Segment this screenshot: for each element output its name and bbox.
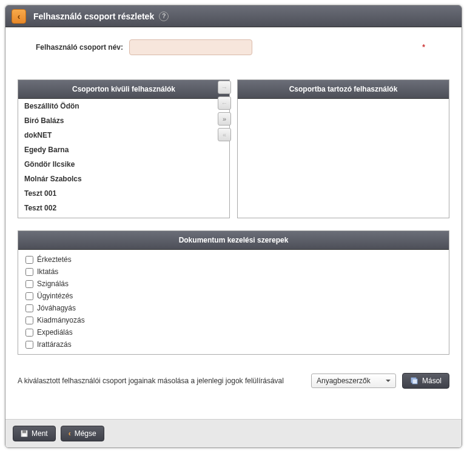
dialog-title: Felhasználó csoport részletek [33, 12, 154, 21]
role-checkbox[interactable] [25, 341, 33, 349]
role-checkbox[interactable] [25, 256, 33, 264]
list-item[interactable]: Egedy Barna [18, 142, 229, 157]
save-icon [21, 430, 28, 437]
group-name-input-wrap: * [129, 39, 431, 55]
double-arrow-right-icon: » [223, 115, 226, 122]
role-item: Jóváhagyás [18, 302, 449, 314]
role-checkbox[interactable] [25, 268, 33, 276]
copy-source-select[interactable]: Anyagbeszerzők [311, 374, 396, 388]
role-label: Irattárazás [37, 340, 72, 349]
available-users-panel: Csoporton kívüli felhasználók Beszállító… [18, 79, 230, 218]
svg-rect-4 [22, 434, 26, 437]
copy-button-label: Másol [422, 377, 442, 385]
copy-rights-row: A kiválasztott felhasználói csoport joga… [18, 373, 449, 389]
move-right-button[interactable]: → [218, 81, 231, 94]
group-users-panel: Csoportba tartozó felhasználók [237, 79, 449, 218]
cancel-button-label: Mégse [75, 429, 96, 438]
copy-button[interactable]: Másol [402, 373, 449, 389]
help-icon[interactable]: ? [159, 12, 169, 21]
group-name-label: Felhasználó csoport név: [36, 43, 123, 52]
role-item: Ügyintézés [18, 290, 449, 302]
role-label: Kiadmányozás [37, 316, 85, 324]
copy-icon [410, 377, 418, 385]
dual-list: Csoporton kívüli felhasználók Beszállító… [18, 79, 449, 218]
move-all-left-button[interactable]: « [218, 128, 231, 141]
group-name-row: Felhasználó csoport név: * [18, 39, 449, 55]
arrow-right-icon: → [221, 84, 228, 91]
group-users-header: Csoportba tartozó felhasználók [238, 80, 449, 99]
svg-rect-3 [22, 431, 26, 433]
role-label: Szignálás [37, 280, 69, 288]
role-checkbox[interactable] [25, 317, 33, 324]
save-button[interactable]: Ment [13, 426, 56, 441]
copy-rights-label: A kiválasztott felhasználói csoport joga… [18, 377, 284, 385]
group-name-input[interactable] [129, 39, 252, 55]
dialog-content: Felhasználó csoport név: * Csoporton kív… [5, 27, 462, 419]
list-item[interactable]: Molnár Szabolcs [18, 172, 229, 186]
copy-source-value: Anyagbeszerzők [317, 377, 371, 385]
dialog-window: ‹ Felhasználó csoport részletek ? Felhas… [5, 5, 462, 448]
role-item: Expediálás [18, 326, 449, 338]
dialog-footer: Ment ‹ Mégse [5, 419, 462, 448]
available-users-list[interactable]: Beszállító ÖdönBiró BalázsdokNETEgedy Ba… [18, 99, 229, 218]
role-checkbox[interactable] [25, 304, 33, 312]
save-button-label: Ment [32, 429, 48, 438]
role-label: Ügyintézés [37, 292, 73, 300]
move-left-button[interactable]: ← [218, 96, 231, 110]
double-arrow-left-icon: « [223, 131, 226, 138]
role-checkbox[interactable] [25, 280, 33, 288]
svg-rect-1 [412, 379, 417, 384]
back-button[interactable]: ‹ [12, 9, 26, 24]
roles-panel: Dokumentum kezelési szerepek ÉrkeztetésI… [18, 230, 449, 355]
title-bar: ‹ Felhasználó csoport részletek ? [5, 5, 462, 27]
chevron-left-icon: ‹ [69, 429, 71, 438]
list-item[interactable]: Teszt 001 [18, 186, 229, 201]
cancel-button[interactable]: ‹ Mégse [61, 426, 104, 441]
roles-list: ÉrkeztetésIktatásSzignálásÜgyintézésJóvá… [18, 250, 449, 354]
list-item[interactable]: Teszt 003 [18, 215, 229, 218]
roles-header: Dokumentum kezelési szerepek [18, 231, 449, 250]
role-item: Érkeztetés [18, 253, 449, 266]
required-asterisk-icon: * [422, 43, 425, 52]
move-all-right-button[interactable]: » [218, 112, 231, 126]
available-users-header: Csoporton kívüli felhasználók [18, 80, 229, 99]
role-checkbox[interactable] [25, 329, 33, 337]
list-item[interactable]: dokNET [18, 128, 229, 142]
role-label: Iktatás [37, 267, 58, 276]
chevron-left-icon: ‹ [18, 12, 21, 21]
role-item: Szignálás [18, 278, 449, 290]
role-item: Kiadmányozás [18, 314, 449, 326]
list-item[interactable]: Beszállító Ödön [18, 99, 229, 113]
role-item: Irattárazás [18, 338, 449, 350]
role-label: Expediálás [37, 328, 73, 337]
role-item: Iktatás [18, 266, 449, 278]
list-item[interactable]: Göndör Ilcsike [18, 157, 229, 172]
role-checkbox[interactable] [25, 292, 33, 300]
role-label: Érkeztetés [37, 255, 72, 264]
role-label: Jóváhagyás [37, 304, 76, 312]
list-item[interactable]: Teszt 002 [18, 201, 229, 215]
list-item[interactable]: Biró Balázs [18, 113, 229, 128]
arrow-left-icon: ← [221, 99, 228, 107]
group-users-list[interactable] [238, 99, 449, 218]
